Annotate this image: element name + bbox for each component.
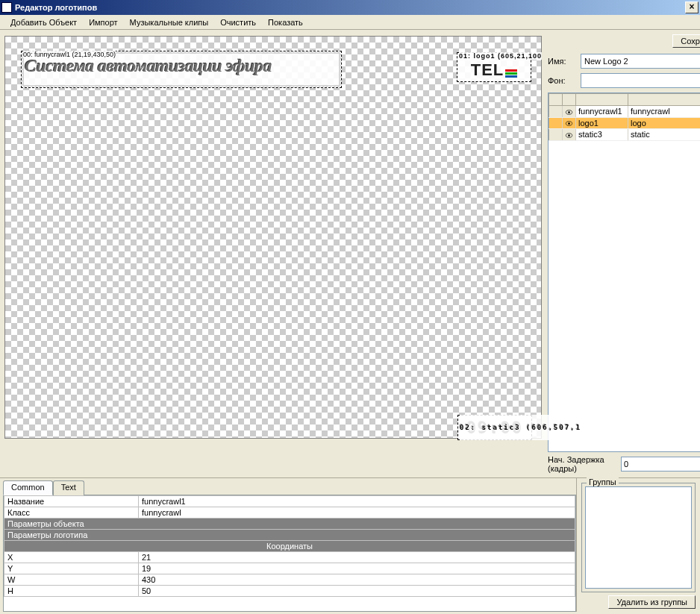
canvas[interactable]: 00: funnycrawl1 (21,19,430,50) Система а… <box>4 36 542 439</box>
prop-section: Параметры логотипа <box>4 530 575 541</box>
row-blank-icon <box>549 129 563 141</box>
row-class: static <box>628 129 701 141</box>
bg-input[interactable] <box>581 73 700 88</box>
prop-value[interactable]: funnycrawl <box>139 507 575 519</box>
row-name: logo1 <box>576 117 628 129</box>
prop-key: X <box>4 552 139 563</box>
eye-icon[interactable] <box>563 129 576 141</box>
logo-text: TEL <box>471 60 504 80</box>
prop-value[interactable]: funnycrawl1 <box>139 496 575 507</box>
groups-box: Группы <box>581 483 696 592</box>
menubar: Добавить Объект Импорт Музыкальные клипы… <box>0 15 700 30</box>
col-class[interactable] <box>628 94 701 106</box>
delay-input[interactable] <box>621 457 700 472</box>
tabs: Common Text <box>3 480 576 495</box>
menu-clear[interactable]: Очистить <box>214 16 262 28</box>
groups-label: Группы <box>587 477 619 486</box>
prop-value[interactable]: 50 <box>139 586 575 597</box>
close-button[interactable]: × <box>685 1 699 13</box>
tab-text[interactable]: Text <box>53 480 84 495</box>
prop-key: W <box>4 574 139 586</box>
prop-value[interactable]: 19 <box>139 563 575 574</box>
properties-grid[interactable]: Названиеfunnycrawl1КлассfunnycrawlПараме… <box>3 495 576 612</box>
groups-pane: Группы Удалить из группы <box>576 478 700 612</box>
svg-point-5 <box>568 134 570 137</box>
logo-stripes-icon <box>505 69 517 78</box>
window-title: Редактор логотипов <box>15 3 97 12</box>
object-label: 02: static3 (606,507,1 <box>460 415 581 440</box>
object-list-row[interactable]: funnycrawl1funnycrawl <box>549 106 701 118</box>
row-name: funnycrawl1 <box>576 106 628 118</box>
col-icon[interactable] <box>549 94 563 106</box>
prop-key: H <box>4 586 139 597</box>
titlebar: Редактор логотипов × <box>0 0 700 15</box>
eye-icon[interactable] <box>563 117 576 129</box>
row-name: static3 <box>576 129 628 141</box>
eye-icon[interactable] <box>563 106 576 118</box>
remove-from-group-button[interactable]: Удалить из группы <box>608 595 696 609</box>
object-label: 00: funnycrawl1 (21,19,430,50) <box>23 51 116 58</box>
menu-add-object[interactable]: Добавить Объект <box>4 16 83 28</box>
bg-label: Фон: <box>548 76 576 85</box>
canvas-object-logo[interactable]: 01: logo1 (605,21,100 TEL <box>457 52 531 82</box>
prop-value[interactable]: 21 <box>139 552 575 563</box>
name-select[interactable]: New Logo 2 <box>581 54 700 69</box>
prop-key: Y <box>4 563 139 574</box>
menu-music-clips[interactable]: Музыкальные клипы <box>124 16 215 28</box>
col-name[interactable] <box>576 94 628 106</box>
app-icon <box>1 2 12 13</box>
groups-list[interactable] <box>585 486 692 589</box>
prop-value[interactable]: 430 <box>139 574 575 586</box>
object-list-row[interactable]: logo1logo <box>549 117 701 129</box>
row-class: funnycrawl <box>628 106 701 118</box>
menu-show[interactable]: Показать <box>262 16 309 28</box>
canvas-pane: 00: funnycrawl1 (21,19,430,50) Система а… <box>0 30 546 477</box>
prop-section: Координаты <box>4 541 575 552</box>
svg-point-3 <box>568 122 570 125</box>
name-label: Имя: <box>548 57 576 66</box>
row-class: logo <box>628 117 701 129</box>
object-label: 01: logo1 (605,21,100 <box>459 52 542 60</box>
save-button[interactable]: Сохранить <box>672 34 700 48</box>
canvas-object-funnycrawl[interactable]: 00: funnycrawl1 (21,19,430,50) Система а… <box>21 51 342 88</box>
row-blank-icon <box>549 117 563 129</box>
svg-point-1 <box>568 111 570 113</box>
prop-key: Класс <box>4 507 139 519</box>
object-list[interactable]: funnycrawl1funnycrawllogo1logostatic3sta… <box>548 93 700 452</box>
prop-section: Параметры объекта <box>4 519 575 530</box>
col-eye[interactable] <box>563 94 576 106</box>
menu-import[interactable]: Импорт <box>83 16 123 28</box>
row-blank-icon <box>549 106 563 118</box>
canvas-object-static[interactable]: 02: static3 (606,507,1 09:00 <box>457 415 532 440</box>
delay-label: Нач. Задержка (кадры) <box>548 455 616 473</box>
object-list-row[interactable]: static3static <box>549 129 701 141</box>
right-pane: Сохранить Имя: New Logo 2 Фон: ... <box>546 30 700 477</box>
tab-common[interactable]: Common <box>3 480 53 495</box>
prop-key: Название <box>4 496 139 507</box>
properties-pane: Common Text Названиеfunnycrawl1Классfunn… <box>0 478 576 612</box>
